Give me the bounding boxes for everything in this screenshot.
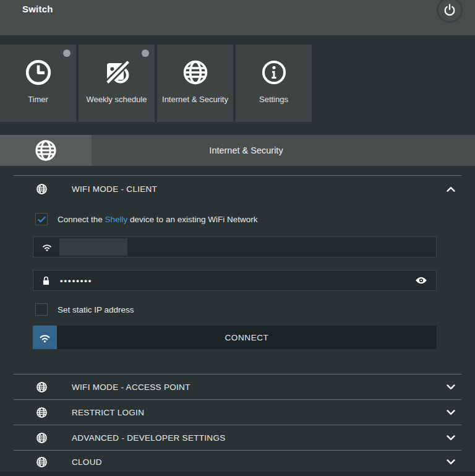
connect-checkbox[interactable] bbox=[35, 213, 48, 225]
section-title: RESTRICT LOGIN bbox=[72, 408, 144, 417]
chevron-down-icon[interactable] bbox=[444, 380, 458, 394]
tab-label: Weekly schedule bbox=[82, 95, 150, 105]
status-dot bbox=[63, 50, 71, 57]
shelly-link[interactable]: Shelly bbox=[105, 215, 128, 224]
tab-timer[interactable]: Timer bbox=[0, 45, 76, 122]
eye-icon bbox=[414, 273, 429, 288]
static-ip-label: Set static IP address bbox=[58, 305, 134, 314]
tab-label: Settings bbox=[255, 95, 292, 105]
tab-label: Internet & Security bbox=[158, 95, 232, 105]
static-ip-checkbox[interactable] bbox=[35, 303, 48, 316]
globe-icon bbox=[34, 139, 58, 162]
tab-weekly-schedule[interactable]: Weekly schedule bbox=[79, 45, 155, 122]
globe-icon bbox=[36, 183, 48, 195]
app-header: Switch bbox=[0, 0, 475, 35]
connect-checkbox-row: Connect the Shelly device to an existing… bbox=[35, 210, 461, 228]
tab-internet-security[interactable]: Internet & Security bbox=[157, 45, 233, 122]
wifi-icon bbox=[33, 326, 57, 349]
chevron-down-icon[interactable] bbox=[444, 431, 458, 444]
wifi-icon bbox=[41, 241, 53, 253]
chevron-up-icon[interactable] bbox=[444, 183, 458, 196]
power-icon bbox=[443, 3, 456, 17]
section-cloud[interactable]: CLOUD bbox=[14, 450, 461, 473]
settings-accordion: WIFI MODE - CLIENT Connect the Shelly de… bbox=[14, 175, 461, 473]
page-title: Switch bbox=[22, 4, 475, 14]
static-ip-row: Set static IP address bbox=[35, 302, 461, 317]
section-title: ADVANCED - DEVELOPER SETTINGS bbox=[72, 433, 226, 443]
power-button[interactable] bbox=[437, 0, 463, 23]
internet-security-bar: Internet & Security bbox=[0, 135, 475, 166]
section-wifi-client: WIFI MODE - CLIENT Connect the Shelly de… bbox=[14, 175, 461, 374]
section-wifi-access-point[interactable]: WIFI MODE - ACCESS POINT bbox=[14, 374, 461, 399]
section-title: WIFI MODE - ACCESS POINT bbox=[72, 383, 190, 392]
wifi-client-header[interactable]: WIFI MODE - CLIENT bbox=[14, 175, 461, 202]
globe-icon bbox=[36, 381, 48, 393]
connect-checkbox-label: Connect the Shelly device to an existing… bbox=[58, 215, 257, 224]
section-title: CLOUD bbox=[72, 457, 102, 467]
tab-settings[interactable]: Settings bbox=[236, 45, 312, 122]
wifi-ssid-input[interactable] bbox=[33, 236, 437, 257]
schedule-disabled-icon bbox=[102, 56, 132, 89]
wifi-client-body: Connect the Shelly device to an existing… bbox=[14, 202, 461, 374]
globe-icon bbox=[36, 407, 48, 418]
wifi-password-input[interactable]: •••••••• bbox=[33, 270, 437, 291]
chevron-down-icon[interactable] bbox=[444, 455, 458, 469]
connect-button[interactable]: CONNECT bbox=[33, 326, 437, 349]
clock-icon bbox=[24, 56, 53, 89]
section-bar-title: Internet & Security bbox=[92, 135, 401, 166]
section-advanced-developer[interactable]: ADVANCED - DEVELOPER SETTINGS bbox=[14, 425, 461, 450]
tabs-row: Timer Weekly schedule Internet & Securit… bbox=[0, 45, 475, 122]
bottom-strip bbox=[0, 472, 475, 476]
chevron-down-icon[interactable] bbox=[444, 405, 458, 419]
password-masked-value: •••••••• bbox=[60, 276, 92, 285]
connect-button-label: CONNECT bbox=[57, 326, 437, 349]
show-password-button[interactable] bbox=[414, 273, 429, 288]
status-dot bbox=[142, 50, 149, 57]
info-icon bbox=[260, 56, 288, 89]
globe-icon bbox=[36, 432, 48, 444]
ssid-value-redacted bbox=[59, 238, 127, 256]
globe-icon bbox=[182, 56, 209, 89]
globe-icon bbox=[36, 456, 48, 468]
tab-label: Timer bbox=[24, 95, 52, 105]
label-suffix: device to an existing WiFi Network bbox=[127, 215, 257, 224]
section-title: WIFI MODE - CLIENT bbox=[72, 184, 157, 194]
section-bar-icon-segment bbox=[0, 135, 92, 166]
label-prefix: Connect the bbox=[58, 215, 105, 224]
lock-icon bbox=[41, 275, 51, 287]
section-restrict-login[interactable]: RESTRICT LOGIN bbox=[14, 399, 461, 425]
